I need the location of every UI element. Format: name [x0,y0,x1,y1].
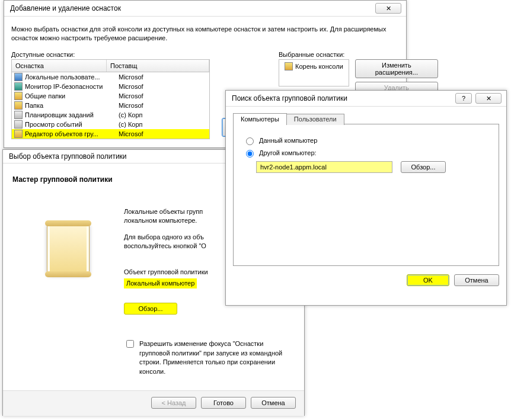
window-title: Поиск объекта групповой политики [232,94,347,102]
tab-users[interactable]: Пользователи [286,114,344,125]
selected-tree[interactable]: Корень консоли [279,59,349,86]
selected-label: Выбранные оснастки: [279,51,438,58]
cancel-button[interactable]: Отмена [454,274,499,286]
tab-computers[interactable]: Компьютеры [233,113,287,124]
titlebar: Добавление и удаление оснасток ✕ [4,1,406,17]
cancel-button[interactable]: Отмена [251,397,296,409]
window-title: Выбор объекта групповой политики [9,152,127,161]
this-computer-radio[interactable] [246,137,254,145]
tabstrip: Компьютеры Пользователи [233,113,499,124]
console-root-icon [285,62,293,70]
close-button[interactable]: ✕ [475,93,502,104]
gpo-browse-dialog: Поиск объекта групповой политики ? ✕ Ком… [225,90,507,306]
finish-button[interactable]: Готово [201,397,246,409]
list-item: Просмотр событий(с) Корп [12,120,209,129]
computer-name-input[interactable] [256,161,392,173]
ipsec-icon [14,82,23,91]
other-computer-radio[interactable] [246,150,254,158]
available-list[interactable]: Локальные пользовате...Microsof Монитор … [11,72,210,139]
back-button: < Назад [151,397,196,409]
gpedit-icon [14,130,23,138]
extensions-button[interactable]: Изменить расширения... [355,59,438,78]
available-label: Доступные оснастки: [11,51,210,58]
tree-root: Корень консоли [282,62,346,71]
close-button[interactable]: ✕ [375,3,401,14]
list-item: ПапкаMicrosof [12,101,209,110]
other-computer-label: Другой компьютер: [259,149,317,156]
available-list-header: Оснастка Поставщ [11,59,210,72]
gpo-object-value: Локальный компьютер [124,278,197,288]
tab-panel: Данный компьютер Другой компьютер: Обзор… [233,124,499,266]
this-computer-label: Данный компьютер [259,137,317,144]
users-icon [14,73,23,81]
list-item: Монитор IP-безопасностиMicrosof [12,82,209,91]
window-title: Добавление и удаление оснасток [10,4,121,12]
scroll-icon [47,223,90,275]
shared-folders-icon [14,92,23,100]
titlebar: Поиск объекта групповой политики ? ✕ [226,91,506,107]
eventviewer-icon [14,120,23,129]
list-item: Планировщик заданий(с) Корп [12,110,209,120]
list-item: Локальные пользовате...Microsof [12,72,209,82]
list-item: Общие папкиMicrosof [12,91,209,101]
allow-focus-checkbox[interactable] [126,340,134,348]
col-snapname[interactable]: Оснастка [12,60,107,72]
scheduler-icon [14,111,23,119]
checkbox-label: Разрешить изменение фокуса "Оснастки гру… [139,339,292,376]
list-item-selected: Редактор объектов гру...Microsof [12,129,209,139]
col-vendor[interactable]: Поставщ [107,60,209,72]
wizard-buttonbar: < Назад Готово Отмена [3,391,304,416]
folder-icon [14,101,23,110]
ok-button[interactable]: OK [407,274,449,286]
help-button[interactable]: ? [455,93,472,104]
hint-text: Можно выбрать оснастки для этой консоли … [11,25,399,43]
browse-button[interactable]: Обзор... [124,303,177,315]
browse-button[interactable]: Обзор... [401,161,446,173]
